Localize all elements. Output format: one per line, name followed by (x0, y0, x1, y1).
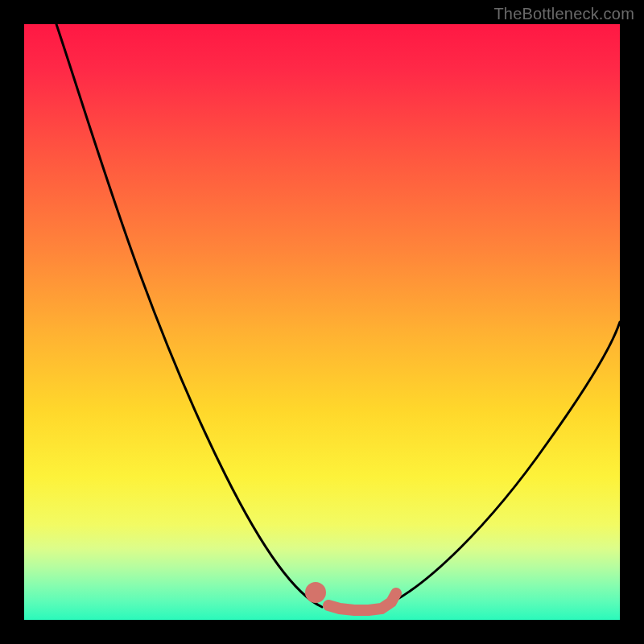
watermark-text: TheBottleneck.com (493, 5, 634, 23)
left-curve (56, 24, 322, 607)
curve-layer (24, 24, 620, 620)
plot-area (24, 24, 620, 620)
right-curve (382, 322, 620, 607)
svg-point-0 (311, 588, 320, 597)
trough-markers (311, 588, 396, 610)
chart-frame: TheBottleneck.com (0, 0, 644, 644)
